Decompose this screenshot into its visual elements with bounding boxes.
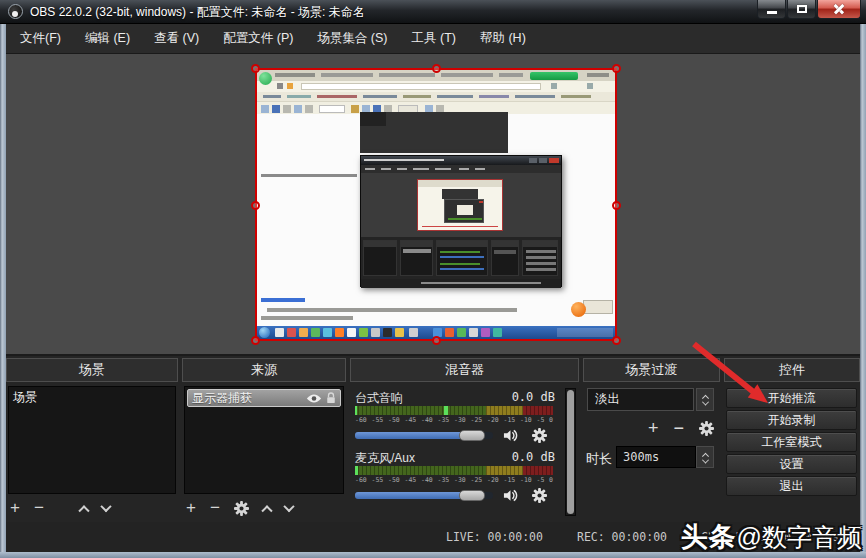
scenes-panel: 场景 场景 + − [6,358,178,520]
nested-controls [522,240,558,276]
lock-icon[interactable] [326,392,336,404]
nested-captured-page [417,179,503,231]
volume-slider-handle[interactable] [459,490,485,501]
minimize-button[interactable] [757,0,786,19]
mixer-panel-header[interactable]: 混音器 [350,358,579,382]
title-bar[interactable]: OBS 22.0.2 (32-bit, windows) - 配置文件: 未命名… [0,0,866,24]
taskbar-icon [275,328,284,337]
speaker-icon[interactable] [502,488,519,503]
dash [421,282,541,284]
channel-settings-gear-icon[interactable] [532,428,547,443]
resize-handle-nw[interactable] [251,64,260,73]
nested-page-2 [457,205,473,215]
nested-status-bar [361,279,561,288]
dash [364,159,444,161]
resize-handle-w[interactable] [251,201,260,210]
volume-slider[interactable] [355,432,493,439]
move-scene-down-button[interactable] [100,501,111,512]
move-source-down-button[interactable] [283,501,294,512]
source-selection[interactable] [255,68,617,341]
dash [287,95,311,98]
sources-toolbar: + − [186,498,344,518]
dash [479,95,509,98]
dash [526,268,556,271]
maximize-button[interactable] [787,0,816,19]
dash [494,250,516,254]
transitions-panel-header[interactable]: 场景过渡 [583,358,720,382]
page-text-line [261,174,357,177]
add-source-button[interactable]: + [186,498,196,518]
transition-select-spinner[interactable] [696,388,714,411]
mixer-channel-name: 台式音响 [355,390,403,407]
scene-list-item[interactable]: 场景 [13,389,37,406]
duration-input[interactable]: 300ms [616,446,696,468]
sources-list[interactable]: 显示器捕获 [184,386,344,494]
browser-address-bar [257,81,615,92]
preview-canvas[interactable] [6,54,860,354]
resize-handle-e[interactable] [612,201,621,210]
controls-panel-header[interactable]: 控件 [724,358,860,382]
resize-handle-sw[interactable] [251,336,260,345]
remove-transition-button[interactable]: − [673,418,684,439]
eye-icon[interactable] [306,393,322,404]
add-transition-button[interactable]: + [648,418,659,439]
menu-file[interactable]: 文件(F) [20,30,61,47]
remove-source-button[interactable]: − [210,498,220,518]
dash [499,73,523,77]
add-scene-button[interactable]: + [10,498,20,518]
scenes-list[interactable]: 场景 [8,386,176,494]
resize-handle-se[interactable] [612,336,621,345]
close-button[interactable] [817,0,861,19]
resize-handle-ne[interactable] [612,64,621,73]
mixer-scrollbar[interactable] [565,388,576,516]
dash [526,250,556,253]
watermark: 头条@数字音频 [0,519,862,555]
menu-tools[interactable]: 工具 (T) [412,30,456,47]
menu-scene-collection[interactable]: 场景集合 (S) [317,30,387,47]
scenes-toolbar: + − [10,498,176,518]
speaker-icon[interactable] [502,428,519,443]
nav-icon [277,83,283,89]
resize-handle-n[interactable] [432,64,441,73]
remove-scene-button[interactable]: − [34,498,44,518]
page-text-line [261,316,353,320]
resize-handle-s[interactable] [432,336,441,345]
dash [403,249,431,253]
transition-properties-gear-icon[interactable] [699,421,714,436]
menu-help[interactable]: 帮助 (H) [480,30,526,47]
sources-panel-header[interactable]: 来源 [182,358,346,382]
nested-panel [363,240,397,276]
start-streaming-button[interactable]: 开始推流 [726,388,857,408]
move-scene-up-button[interactable] [78,505,89,516]
channel-settings-gear-icon[interactable] [532,488,547,503]
toolbar-icon [283,105,291,113]
menu-profile[interactable]: 配置文件 (P) [223,30,293,47]
source-properties-gear-icon[interactable] [234,501,249,516]
exit-button[interactable]: 退出 [726,476,857,496]
settings-button[interactable]: 设置 [726,454,857,474]
volume-slider-handle[interactable] [459,430,485,441]
dash [526,262,556,265]
nested-close-button [549,158,559,163]
scrollbar-thumb[interactable] [567,390,574,514]
studio-mode-button[interactable]: 工作室模式 [726,432,857,452]
taskbar-icon [323,328,332,337]
move-source-up-button[interactable] [261,505,272,516]
start-recording-button[interactable]: 开始录制 [726,410,857,430]
menu-view[interactable]: 查看 (V) [154,30,199,47]
dock-area: 场景 场景 + − 来源 显示器捕获 [6,356,860,522]
duration-spinner[interactable] [696,446,714,468]
dark-capture-region [360,112,508,153]
obs-main-window: OBS 22.0.2 (32-bit, windows) - 配置文件: 未命名… [0,0,866,558]
taskbar-icon [469,328,478,337]
menu-edit[interactable]: 编辑 (E) [85,30,130,47]
dash [561,95,591,98]
transition-select[interactable]: 淡出 [587,388,694,411]
taskbar-icon [299,328,308,337]
volume-slider[interactable] [355,492,493,499]
scenes-panel-header[interactable]: 场景 [6,358,178,382]
dash [422,226,498,227]
dash [413,168,429,170]
source-list-item[interactable]: 显示器捕获 [187,389,341,407]
nested-obs-window [360,155,562,287]
